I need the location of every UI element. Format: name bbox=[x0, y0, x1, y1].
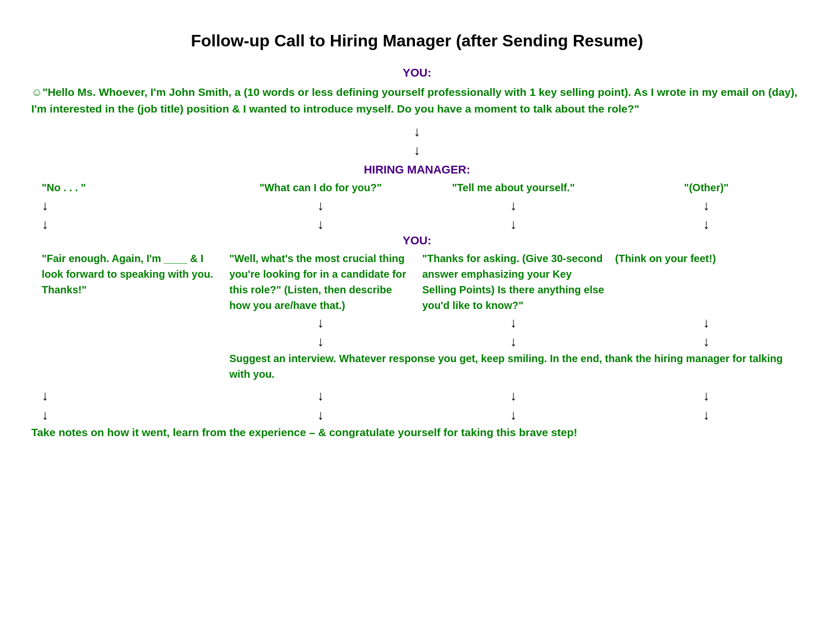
arrow-1: ↓ bbox=[31, 122, 803, 141]
suggest-text: Suggest an interview. Whatever response … bbox=[229, 351, 798, 382]
you-responses-row: "Fair enough. Again, I'm ____ & I look f… bbox=[31, 251, 803, 313]
arrow-col2-4: ↓ bbox=[317, 332, 324, 351]
suggest-row: Suggest an interview. Whatever response … bbox=[31, 351, 803, 382]
you-response-4: (Think on your feet!) bbox=[615, 251, 716, 266]
arrow-col4-2: ↓ bbox=[703, 215, 710, 233]
hm-response-1: "No . . . " bbox=[42, 182, 86, 194]
you-label-2: YOU: bbox=[403, 234, 432, 247]
you-response-1: "Fair enough. Again, I'm ____ & I look f… bbox=[42, 251, 219, 298]
arrow-col3-5: ↓ bbox=[510, 386, 517, 405]
page-title: Follow-up Call to Hiring Manager (after … bbox=[31, 31, 803, 51]
arrow-col3-4: ↓ bbox=[510, 332, 517, 351]
arrow-col3-2: ↓ bbox=[510, 215, 517, 233]
hm-responses-row: "No . . . " "What can I do for you?" "Te… bbox=[31, 182, 803, 196]
arrow-col4-6: ↓ bbox=[703, 405, 710, 424]
arrow-2: ↓ bbox=[31, 141, 803, 159]
arrow-col3-3: ↓ bbox=[510, 313, 517, 332]
arrow-col4-4: ↓ bbox=[703, 332, 710, 351]
you-response-3: "Thanks for asking. (Give 30-second answ… bbox=[422, 251, 605, 313]
arrows-row-5: ↓ ↓ ↓ ↓ bbox=[31, 386, 803, 405]
arrows-row-1: ↓ ↓ ↓ ↓ bbox=[31, 196, 803, 215]
final-note: Take notes on how it went, learn from th… bbox=[31, 426, 803, 439]
you-label-2-row: YOU: bbox=[31, 234, 803, 247]
arrow-col4-1: ↓ bbox=[703, 196, 710, 215]
you-intro-text: ☺"Hello Ms. Whoever, I'm John Smith, a (… bbox=[31, 84, 803, 117]
hiring-manager-label: HIRING MANAGER: bbox=[31, 163, 803, 177]
hm-response-4: "(Other)" bbox=[684, 182, 729, 194]
arrows-row-3: ↓ ↓ ↓ bbox=[31, 313, 803, 332]
arrows-row-6: ↓ ↓ ↓ ↓ bbox=[31, 405, 803, 424]
arrow-col2-1: ↓ bbox=[317, 196, 324, 215]
hm-response-3: "Tell me about yourself." bbox=[452, 182, 574, 194]
arrow-col1-5: ↓ bbox=[42, 386, 48, 405]
arrow-col1-1: ↓ bbox=[42, 196, 48, 215]
arrow-col3-6: ↓ bbox=[510, 405, 517, 424]
arrow-col3-1: ↓ bbox=[510, 196, 517, 215]
arrow-col1-2: ↓ bbox=[42, 215, 48, 233]
arrow-col2-5: ↓ bbox=[317, 386, 324, 405]
arrow-col4-5: ↓ bbox=[703, 386, 710, 405]
arrow-col1-6: ↓ bbox=[42, 405, 48, 424]
hm-response-2: "What can I do for you?" bbox=[260, 182, 382, 194]
you-label-1: YOU: bbox=[31, 66, 803, 80]
arrow-col4-3: ↓ bbox=[703, 313, 710, 332]
arrow-col2-6: ↓ bbox=[317, 405, 324, 424]
you-response-2: "Well, what's the most crucial thing you… bbox=[229, 251, 412, 313]
arrow-col2-2: ↓ bbox=[317, 215, 324, 233]
arrows-row-4: ↓ ↓ ↓ bbox=[31, 332, 803, 351]
arrow-col2-3: ↓ bbox=[317, 313, 324, 332]
arrows-row-2: ↓ ↓ ↓ ↓ bbox=[31, 215, 803, 233]
